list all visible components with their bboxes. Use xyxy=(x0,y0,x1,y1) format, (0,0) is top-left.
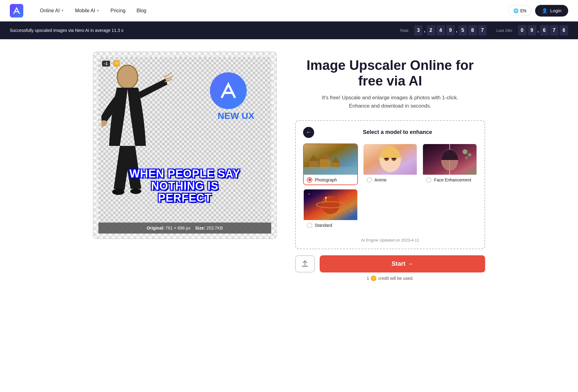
meme-text: WHEN PEOPLE SAY NOTHING IS PERFECT xyxy=(127,168,243,204)
total-digits: 3 , 2 4 9 , 5 8 7 xyxy=(414,25,487,36)
model-card-standard[interactable]: Standard xyxy=(303,189,358,230)
logo-icon xyxy=(10,4,23,17)
ticker-right: Total: 3 , 2 4 9 , 5 8 7 Last 24h: 0 9 ,… xyxy=(400,25,568,36)
model-selector: ← Select a model to enhance xyxy=(295,120,485,249)
main-content: -1 🪙 xyxy=(74,39,504,293)
svg-point-1 xyxy=(118,66,137,88)
model-label-face: Face Enhancement xyxy=(423,175,477,185)
svg-rect-12 xyxy=(304,167,357,175)
start-button[interactable]: Start → xyxy=(320,255,485,272)
svg-point-33 xyxy=(348,195,349,196)
digit: 5 xyxy=(458,25,467,36)
model-selector-title: Select a model to enhance xyxy=(318,129,477,135)
nav-right: 🌐 EN 👤 Login xyxy=(508,5,568,17)
hero-subtitle: It's free! Upscale and enlarge images & … xyxy=(295,93,485,110)
login-button[interactable]: 👤 Login xyxy=(535,5,568,17)
digit: 7 xyxy=(550,25,558,36)
chevron-down-icon: ▼ xyxy=(61,9,64,12)
model-label-standard: Standard xyxy=(304,220,357,230)
total-label: Total: xyxy=(400,28,409,33)
digit: 9 xyxy=(528,25,536,36)
brand-logo-circle xyxy=(210,72,247,109)
svg-point-26 xyxy=(465,156,468,159)
svg-point-3 xyxy=(112,189,124,195)
svg-rect-36 xyxy=(302,266,308,267)
model-label-photograph: Photograph xyxy=(304,175,357,185)
svg-point-24 xyxy=(463,149,468,154)
image-container[interactable]: -1 🪙 xyxy=(93,51,277,239)
digit-sep: , xyxy=(456,25,457,36)
last24-label: Last 24h: xyxy=(496,28,513,33)
globe-icon: 🌐 xyxy=(513,8,519,13)
radio-anime xyxy=(367,177,372,183)
svg-point-30 xyxy=(325,197,327,199)
image-info: Original: 761 × 696 px Size: 253.7KB xyxy=(98,223,271,234)
radio-photograph xyxy=(307,177,312,183)
digit: 3 xyxy=(414,25,423,36)
upload-icon xyxy=(301,260,309,268)
meme-line2: NOTHING IS PERFECT xyxy=(127,180,243,204)
navbar: Online AI ▼ Mobile AI ▼ Pricing Blog 🌐 E… xyxy=(0,0,578,21)
svg-point-32 xyxy=(309,193,310,194)
svg-point-35 xyxy=(306,212,306,213)
right-panel: Image Upscaler Online for free via AI It… xyxy=(295,51,485,281)
digit: 7 xyxy=(478,25,487,36)
language-button[interactable]: 🌐 EN xyxy=(508,6,531,16)
svg-point-34 xyxy=(352,210,352,211)
digit: 9 xyxy=(446,25,455,36)
upload-button[interactable] xyxy=(295,255,315,272)
nav-blog[interactable]: Blog xyxy=(132,6,150,16)
credit-note: 1 🪙 credit will be used. xyxy=(295,276,485,281)
digit: 6 xyxy=(540,25,549,36)
image-panel: -1 🪙 xyxy=(93,51,277,239)
model-thumbnail-photograph xyxy=(304,144,357,175)
model-card-anime[interactable]: Anime xyxy=(363,143,418,185)
model-thumbnail-anime xyxy=(363,144,417,175)
model-card-face[interactable]: Face Enhancement xyxy=(422,143,477,185)
coin-icon: 🪙 xyxy=(371,276,376,281)
model-grid-top: Photograph xyxy=(303,143,477,185)
svg-point-28 xyxy=(321,196,340,214)
radio-standard xyxy=(307,223,312,228)
model-card-photograph[interactable]: Photograph xyxy=(303,143,358,185)
engine-note: AI Engine Updated on 2023-4-11 xyxy=(303,235,477,242)
back-button[interactable]: ← xyxy=(303,127,314,138)
model-header: ← Select a model to enhance xyxy=(303,127,477,138)
digit-sep: , xyxy=(538,25,539,36)
digit: 6 xyxy=(560,25,568,36)
digit: 4 xyxy=(436,25,445,36)
new-ux-text: NEW UX xyxy=(218,111,254,121)
chevron-down-icon: ▼ xyxy=(97,9,100,12)
radio-face xyxy=(426,177,432,183)
digit: 8 xyxy=(468,25,477,36)
nav-mobile-ai[interactable]: Mobile AI ▼ xyxy=(71,6,104,16)
digit: 0 xyxy=(518,25,527,36)
ticker-message: Successfully upscaled images via Nero AI… xyxy=(10,28,123,33)
ticker-bar: Successfully upscaled images via Nero AI… xyxy=(0,21,578,39)
model-label-anime: Anime xyxy=(363,175,417,185)
svg-point-25 xyxy=(468,153,472,157)
model-thumbnail-standard xyxy=(304,189,357,220)
user-icon: 👤 xyxy=(542,8,548,13)
last24-digits: 0 9 , 6 7 6 xyxy=(518,25,568,36)
nav-links: Online AI ▼ Mobile AI ▼ Pricing Blog xyxy=(36,6,508,16)
digit-sep: , xyxy=(424,25,425,36)
hero-title: Image Upscaler Online for free via AI xyxy=(295,58,485,89)
digit: 2 xyxy=(427,25,435,36)
meme-line1: WHEN PEOPLE SAY xyxy=(127,168,243,180)
bottom-actions: Start → xyxy=(295,255,485,272)
logo[interactable] xyxy=(10,4,23,17)
nav-pricing[interactable]: Pricing xyxy=(106,6,130,16)
model-thumbnail-face xyxy=(423,144,477,175)
model-grid-bottom: Standard xyxy=(303,189,477,230)
nav-online-ai[interactable]: Online AI ▼ xyxy=(36,6,68,16)
